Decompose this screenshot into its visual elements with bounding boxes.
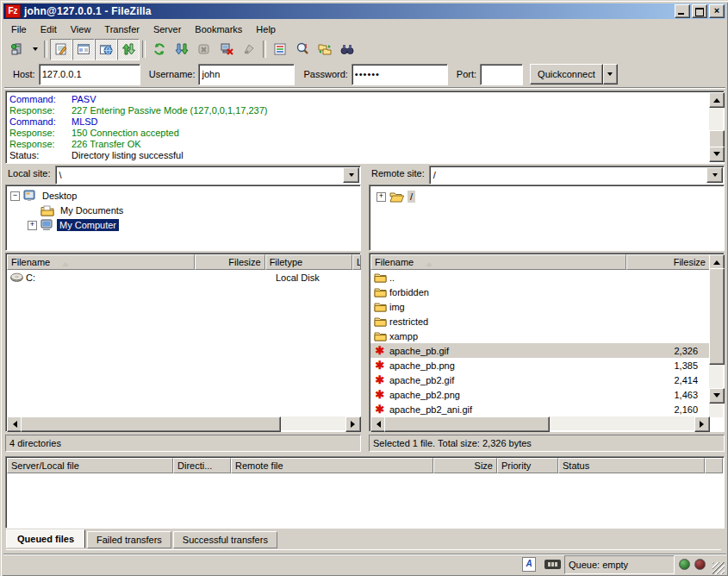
toggle-remote-tree-button[interactable] xyxy=(95,39,117,60)
menu-file[interactable]: File xyxy=(4,22,34,36)
column-header-server-local-file[interactable]: Server/Local file xyxy=(7,458,173,473)
maximize-button[interactable] xyxy=(692,4,707,18)
reconnect-button[interactable] xyxy=(238,39,260,60)
column-header-status[interactable]: Status xyxy=(558,458,705,473)
scrollbar-thumb[interactable] xyxy=(709,268,725,365)
port-input[interactable] xyxy=(480,64,523,85)
menu-transfer[interactable]: Transfer xyxy=(97,22,146,36)
password-input[interactable] xyxy=(352,64,448,85)
transfer-type-icon: A xyxy=(522,557,536,572)
scroll-down-button[interactable] xyxy=(709,147,725,162)
refresh-icon xyxy=(152,42,166,56)
log-entry: Response:150 Connection accepted xyxy=(9,128,179,139)
file-row[interactable]: img xyxy=(370,299,710,314)
site-manager-button[interactable] xyxy=(6,39,28,60)
disconnect-button[interactable] xyxy=(215,39,238,60)
expand-icon[interactable]: + xyxy=(376,192,386,202)
synchronized-browsing-button[interactable] xyxy=(314,39,336,60)
menu-bookmarks[interactable]: Bookmarks xyxy=(188,22,249,36)
scroll-right-button[interactable] xyxy=(345,416,361,432)
file-row[interactable]: xampp xyxy=(370,329,710,343)
log-scrollbar[interactable] xyxy=(709,92,723,162)
column-header-filesize[interactable]: Filesize xyxy=(195,254,265,270)
toggle-local-tree-button[interactable] xyxy=(72,39,95,60)
column-header-remote-file[interactable]: Remote file xyxy=(231,458,433,473)
tree-item-my-computer[interactable]: + My Computer xyxy=(28,218,119,232)
remote-site-combo[interactable]: / xyxy=(429,166,725,185)
file-row[interactable]: ✱apache_pb.png1,385 xyxy=(370,358,710,373)
menu-edit[interactable]: Edit xyxy=(34,22,64,36)
column-header-direction[interactable]: Directi... xyxy=(173,458,231,473)
column-header-filetype[interactable]: Filetype xyxy=(265,254,352,270)
file-row[interactable]: .. xyxy=(370,270,710,285)
folder-icon xyxy=(373,331,387,341)
local-site-combo[interactable]: \ xyxy=(55,166,361,185)
sort-ascending-icon xyxy=(426,259,432,266)
file-row[interactable]: restricted xyxy=(370,314,710,329)
collapse-icon[interactable]: − xyxy=(10,191,20,201)
remote-horizontal-scrollbar[interactable] xyxy=(370,416,710,430)
column-header-filesize[interactable]: Filesize xyxy=(626,254,710,270)
file-row[interactable]: forbidden xyxy=(370,285,710,299)
menu-view[interactable]: View xyxy=(64,22,98,36)
site-manager-dropdown-button[interactable] xyxy=(28,39,41,60)
column-header-priority[interactable]: Priority xyxy=(497,458,558,473)
tab-failed-transfers[interactable]: Failed transfers xyxy=(87,531,171,548)
file-row[interactable]: ✱apache_pb2.png1,463 xyxy=(370,387,710,402)
toolbar-separator xyxy=(44,41,47,58)
column-header-filename[interactable]: Filename xyxy=(370,254,626,270)
scrollbar-thumb[interactable] xyxy=(384,416,550,432)
resize-grip[interactable] xyxy=(712,562,725,574)
tree-item-my-documents[interactable]: My Documents xyxy=(40,203,126,217)
minimize-button[interactable] xyxy=(675,4,690,18)
expand-icon[interactable]: + xyxy=(28,221,37,230)
close-button[interactable]: × xyxy=(709,4,725,18)
column-header-lastmodified[interactable]: L xyxy=(352,254,361,270)
username-input[interactable] xyxy=(198,64,295,85)
tab-queued-files[interactable]: Queued files xyxy=(6,529,85,548)
image-file-icon: ✱ xyxy=(373,345,387,356)
scroll-up-button[interactable] xyxy=(709,92,725,108)
menu-help[interactable]: Help xyxy=(249,22,283,36)
directory-comparison-button[interactable] xyxy=(291,39,314,60)
quickconnect-button[interactable]: Quickconnect xyxy=(530,64,603,85)
column-header-size[interactable]: Size xyxy=(433,458,497,473)
find-files-button[interactable] xyxy=(336,39,358,60)
title-bar[interactable]: Fz john@127.0.0.1 - FileZilla × xyxy=(3,3,726,19)
file-row[interactable]: ✱apache_pb2_ani.gif2,160 xyxy=(370,402,710,416)
quickconnect-dropdown-button[interactable] xyxy=(603,64,618,85)
remote-site-dropdown-button[interactable] xyxy=(706,167,723,183)
column-header-filename[interactable]: Filename xyxy=(7,254,195,270)
filter-button[interactable] xyxy=(269,39,291,60)
refresh-button[interactable] xyxy=(148,39,171,60)
tab-successful-transfers[interactable]: Successful transfers xyxy=(173,531,277,548)
site-manager-icon xyxy=(10,42,24,56)
dropdown-arrow-icon xyxy=(349,173,354,179)
menu-server[interactable]: Server xyxy=(146,22,188,36)
file-row[interactable]: ✱apache_pb2.gif2,414 xyxy=(370,373,710,387)
toggle-message-log-button[interactable] xyxy=(50,39,72,60)
scrollbar-thumb[interactable] xyxy=(21,416,281,432)
toggle-queue-button[interactable] xyxy=(117,39,140,60)
process-queue-icon xyxy=(175,42,189,56)
pane-splitter[interactable] xyxy=(361,166,369,452)
log-entry: Command:MLSD xyxy=(9,116,98,128)
scroll-down-button[interactable] xyxy=(709,388,725,404)
queue-list-area[interactable] xyxy=(7,474,725,529)
cancel-operation-button[interactable] xyxy=(193,39,215,60)
host-input[interactable] xyxy=(39,64,140,85)
tree-item-root[interactable]: + / xyxy=(376,190,415,203)
file-row-local-c-drive[interactable]: C: Local Disk xyxy=(7,270,361,285)
transfer-type-indicator[interactable]: A xyxy=(522,557,536,572)
remote-site-label: Remote site: xyxy=(369,166,429,183)
remote-vertical-scrollbar[interactable] xyxy=(709,254,723,417)
file-row-selected[interactable]: ✱apache_pb.gif2,326 xyxy=(370,343,710,358)
local-horizontal-scrollbar[interactable] xyxy=(7,416,361,430)
scroll-right-button[interactable] xyxy=(694,416,710,432)
speed-limit-indicator[interactable] xyxy=(539,560,561,569)
local-site-dropdown-button[interactable] xyxy=(343,167,359,183)
tree-item-desktop[interactable]: − Desktop xyxy=(10,189,79,203)
remote-tree: + / xyxy=(369,185,725,251)
log-entry: Response:226 Transfer OK xyxy=(9,139,141,150)
process-queue-button[interactable] xyxy=(171,39,193,60)
